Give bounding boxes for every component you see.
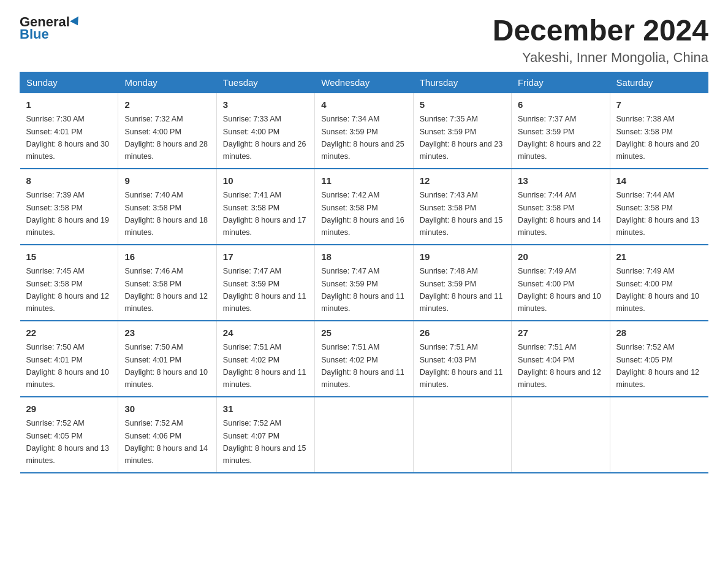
day-number: 4 (321, 98, 406, 112)
table-row: 2 Sunrise: 7:32 AMSunset: 4:00 PMDayligh… (118, 93, 216, 169)
day-info: Sunrise: 7:45 AMSunset: 3:58 PMDaylight:… (26, 267, 110, 313)
table-row: 17 Sunrise: 7:47 AMSunset: 3:59 PMDaylig… (216, 245, 314, 321)
calendar-table: Sunday Monday Tuesday Wednesday Thursday… (20, 72, 708, 473)
day-info: Sunrise: 7:42 AMSunset: 3:58 PMDaylight:… (321, 191, 404, 237)
day-number: 5 (420, 98, 505, 112)
table-row: 14 Sunrise: 7:44 AMSunset: 3:58 PMDaylig… (610, 169, 708, 245)
day-number: 10 (223, 174, 308, 188)
logo-blue-text: Blue (20, 27, 49, 42)
table-row: 26 Sunrise: 7:51 AMSunset: 4:03 PMDaylig… (413, 321, 511, 397)
day-number: 17 (223, 250, 308, 264)
day-number: 28 (616, 326, 702, 340)
table-row: 10 Sunrise: 7:41 AMSunset: 3:58 PMDaylig… (216, 169, 314, 245)
day-number: 25 (321, 326, 406, 340)
day-number: 6 (518, 98, 603, 112)
day-number: 8 (26, 174, 112, 188)
page-header: General Blue December 2024 Yakeshi, Inne… (20, 15, 708, 66)
calendar-week-row: 1 Sunrise: 7:30 AMSunset: 4:01 PMDayligh… (20, 93, 708, 169)
day-info: Sunrise: 7:47 AMSunset: 3:59 PMDaylight:… (223, 267, 306, 313)
day-info: Sunrise: 7:49 AMSunset: 4:00 PMDaylight:… (518, 267, 601, 313)
day-info: Sunrise: 7:37 AMSunset: 3:59 PMDaylight:… (518, 115, 601, 161)
day-info: Sunrise: 7:32 AMSunset: 4:00 PMDaylight:… (124, 115, 208, 161)
table-row: 22 Sunrise: 7:50 AMSunset: 4:01 PMDaylig… (20, 321, 118, 397)
day-number: 16 (124, 250, 210, 264)
day-info: Sunrise: 7:44 AMSunset: 3:58 PMDaylight:… (518, 191, 601, 237)
day-number: 7 (616, 98, 702, 112)
day-number: 9 (124, 174, 210, 188)
table-row: 7 Sunrise: 7:38 AMSunset: 3:58 PMDayligh… (610, 93, 708, 169)
day-info: Sunrise: 7:34 AMSunset: 3:59 PMDaylight:… (321, 115, 404, 161)
logo: General Blue (20, 15, 81, 42)
table-row (413, 397, 511, 473)
day-info: Sunrise: 7:51 AMSunset: 4:03 PMDaylight:… (420, 343, 503, 389)
day-info: Sunrise: 7:52 AMSunset: 4:06 PMDaylight:… (124, 419, 208, 465)
day-info: Sunrise: 7:43 AMSunset: 3:58 PMDaylight:… (420, 191, 503, 237)
location-title: Yakeshi, Inner Mongolia, China (493, 50, 708, 66)
day-info: Sunrise: 7:46 AMSunset: 3:58 PMDaylight:… (124, 267, 208, 313)
table-row: 27 Sunrise: 7:51 AMSunset: 4:04 PMDaylig… (512, 321, 610, 397)
col-saturday: Saturday (610, 72, 708, 93)
day-number: 2 (124, 98, 210, 112)
day-info: Sunrise: 7:50 AMSunset: 4:01 PMDaylight:… (26, 343, 110, 389)
day-number: 18 (321, 250, 406, 264)
day-number: 24 (223, 326, 308, 340)
day-info: Sunrise: 7:50 AMSunset: 4:01 PMDaylight:… (124, 343, 208, 389)
day-info: Sunrise: 7:41 AMSunset: 3:58 PMDaylight:… (223, 191, 306, 237)
day-number: 27 (518, 326, 603, 340)
table-row: 31 Sunrise: 7:52 AMSunset: 4:07 PMDaylig… (216, 397, 314, 473)
table-row: 1 Sunrise: 7:30 AMSunset: 4:01 PMDayligh… (20, 93, 118, 169)
table-row: 19 Sunrise: 7:48 AMSunset: 3:59 PMDaylig… (413, 245, 511, 321)
day-info: Sunrise: 7:52 AMSunset: 4:07 PMDaylight:… (223, 419, 306, 465)
table-row: 25 Sunrise: 7:51 AMSunset: 4:02 PMDaylig… (315, 321, 413, 397)
table-row: 6 Sunrise: 7:37 AMSunset: 3:59 PMDayligh… (512, 93, 610, 169)
table-row: 23 Sunrise: 7:50 AMSunset: 4:01 PMDaylig… (118, 321, 216, 397)
day-info: Sunrise: 7:51 AMSunset: 4:04 PMDaylight:… (518, 343, 601, 389)
table-row: 9 Sunrise: 7:40 AMSunset: 3:58 PMDayligh… (118, 169, 216, 245)
day-number: 23 (124, 326, 210, 340)
day-info: Sunrise: 7:33 AMSunset: 4:00 PMDaylight:… (223, 115, 306, 161)
day-number: 29 (26, 402, 112, 416)
table-row (512, 397, 610, 473)
day-number: 11 (321, 174, 406, 188)
day-number: 22 (26, 326, 112, 340)
col-friday: Friday (512, 72, 610, 93)
table-row: 28 Sunrise: 7:52 AMSunset: 4:05 PMDaylig… (610, 321, 708, 397)
calendar-week-row: 15 Sunrise: 7:45 AMSunset: 3:58 PMDaylig… (20, 245, 708, 321)
day-number: 21 (616, 250, 702, 264)
day-info: Sunrise: 7:52 AMSunset: 4:05 PMDaylight:… (26, 419, 110, 465)
table-row: 30 Sunrise: 7:52 AMSunset: 4:06 PMDaylig… (118, 397, 216, 473)
day-number: 13 (518, 174, 603, 188)
day-number: 19 (420, 250, 505, 264)
table-row: 29 Sunrise: 7:52 AMSunset: 4:05 PMDaylig… (20, 397, 118, 473)
table-row: 13 Sunrise: 7:44 AMSunset: 3:58 PMDaylig… (512, 169, 610, 245)
day-info: Sunrise: 7:30 AMSunset: 4:01 PMDaylight:… (26, 115, 110, 161)
table-row: 20 Sunrise: 7:49 AMSunset: 4:00 PMDaylig… (512, 245, 610, 321)
day-number: 1 (26, 98, 112, 112)
day-number: 31 (223, 402, 308, 416)
day-info: Sunrise: 7:51 AMSunset: 4:02 PMDaylight:… (223, 343, 306, 389)
calendar-header-row: Sunday Monday Tuesday Wednesday Thursday… (20, 72, 708, 93)
table-row: 12 Sunrise: 7:43 AMSunset: 3:58 PMDaylig… (413, 169, 511, 245)
calendar-week-row: 8 Sunrise: 7:39 AMSunset: 3:58 PMDayligh… (20, 169, 708, 245)
table-row (315, 397, 413, 473)
table-row: 21 Sunrise: 7:49 AMSunset: 4:00 PMDaylig… (610, 245, 708, 321)
table-row: 24 Sunrise: 7:51 AMSunset: 4:02 PMDaylig… (216, 321, 314, 397)
table-row: 3 Sunrise: 7:33 AMSunset: 4:00 PMDayligh… (216, 93, 314, 169)
col-tuesday: Tuesday (216, 72, 314, 93)
col-wednesday: Wednesday (315, 72, 413, 93)
day-info: Sunrise: 7:52 AMSunset: 4:05 PMDaylight:… (616, 343, 700, 389)
day-number: 3 (223, 98, 308, 112)
day-info: Sunrise: 7:44 AMSunset: 3:58 PMDaylight:… (616, 191, 700, 237)
col-monday: Monday (118, 72, 216, 93)
col-thursday: Thursday (413, 72, 511, 93)
day-info: Sunrise: 7:47 AMSunset: 3:59 PMDaylight:… (321, 267, 404, 313)
day-number: 30 (124, 402, 210, 416)
day-number: 20 (518, 250, 603, 264)
table-row: 11 Sunrise: 7:42 AMSunset: 3:58 PMDaylig… (315, 169, 413, 245)
day-number: 15 (26, 250, 112, 264)
day-info: Sunrise: 7:38 AMSunset: 3:58 PMDaylight:… (616, 115, 700, 161)
logo-triangle-icon (70, 17, 82, 28)
day-info: Sunrise: 7:49 AMSunset: 4:00 PMDaylight:… (616, 267, 700, 313)
calendar-week-row: 22 Sunrise: 7:50 AMSunset: 4:01 PMDaylig… (20, 321, 708, 397)
day-number: 26 (420, 326, 505, 340)
